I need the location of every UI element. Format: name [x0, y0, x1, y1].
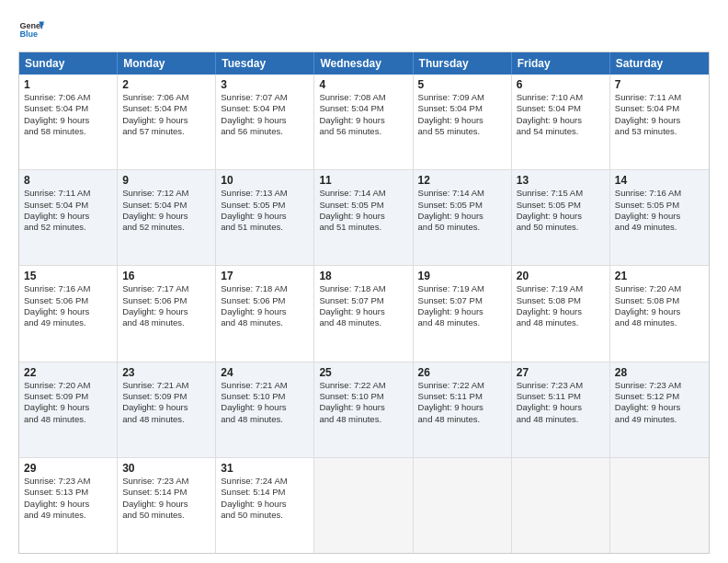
day-number: 27	[517, 366, 605, 379]
weekday-header: Friday	[512, 52, 610, 75]
day-number: 30	[122, 462, 210, 475]
cell-info-line: Sunset: 5:05 PM	[517, 200, 605, 211]
cell-info-line: and 49 minutes.	[24, 510, 112, 521]
cell-info-line: Sunset: 5:07 PM	[319, 295, 407, 306]
calendar-row: 29Sunrise: 7:23 AMSunset: 5:13 PMDayligh…	[19, 457, 709, 553]
day-number: 24	[221, 366, 309, 379]
cell-info-line: Sunrise: 7:19 AM	[517, 283, 605, 294]
day-number: 11	[319, 174, 407, 187]
day-number: 19	[418, 270, 506, 282]
cell-info-line: Sunrise: 7:11 AM	[615, 92, 704, 103]
cell-info-line: and 48 minutes.	[418, 317, 506, 328]
cell-info-line: Sunrise: 7:08 AM	[319, 92, 407, 103]
calendar-cell: 29Sunrise: 7:23 AMSunset: 5:13 PMDayligh…	[19, 458, 118, 553]
calendar-cell: 20Sunrise: 7:19 AMSunset: 5:08 PMDayligh…	[512, 266, 610, 361]
calendar-cell: 2Sunrise: 7:06 AMSunset: 5:04 PMDaylight…	[118, 75, 216, 169]
day-number: 5	[418, 78, 506, 91]
cell-info-line: Daylight: 9 hours	[517, 306, 605, 317]
weekday-header: Thursday	[414, 52, 512, 75]
day-number: 14	[615, 174, 704, 187]
cell-info-line: Daylight: 9 hours	[517, 402, 605, 413]
calendar-cell: 1Sunrise: 7:06 AMSunset: 5:04 PMDaylight…	[19, 75, 118, 169]
cell-info-line: Sunrise: 7:23 AM	[24, 476, 112, 487]
calendar-cell	[610, 458, 709, 553]
calendar-cell: 19Sunrise: 7:19 AMSunset: 5:07 PMDayligh…	[414, 266, 512, 361]
cell-info-line: Sunrise: 7:23 AM	[122, 476, 210, 487]
cell-info-line: Sunset: 5:05 PM	[319, 200, 407, 211]
day-number: 31	[221, 462, 309, 475]
cell-info-line: and 51 minutes.	[221, 222, 309, 233]
cell-info-line: Daylight: 9 hours	[319, 211, 407, 222]
calendar-cell: 30Sunrise: 7:23 AMSunset: 5:14 PMDayligh…	[118, 458, 216, 553]
cell-info-line: Sunset: 5:04 PM	[418, 103, 506, 114]
cell-info-line: Sunrise: 7:10 AM	[517, 92, 605, 103]
cell-info-line: and 48 minutes.	[319, 317, 407, 328]
cell-info-line: Daylight: 9 hours	[221, 115, 309, 126]
cell-info-line: Sunrise: 7:18 AM	[319, 283, 407, 294]
cell-info-line: Sunset: 5:04 PM	[24, 103, 112, 114]
cell-info-line: Sunrise: 7:16 AM	[24, 283, 112, 294]
cell-info-line: Sunrise: 7:06 AM	[122, 92, 210, 103]
day-number: 29	[24, 462, 112, 475]
cell-info-line: and 49 minutes.	[615, 414, 704, 425]
weekday-header: Saturday	[610, 52, 709, 75]
cell-info-line: Daylight: 9 hours	[122, 499, 210, 510]
cell-info-line: Sunset: 5:12 PM	[615, 391, 704, 402]
cell-info-line: Sunrise: 7:16 AM	[615, 188, 704, 199]
calendar-cell: 10Sunrise: 7:13 AMSunset: 5:05 PMDayligh…	[216, 170, 314, 265]
cell-info-line: Daylight: 9 hours	[221, 211, 309, 222]
cell-info-line: Sunset: 5:04 PM	[319, 103, 407, 114]
cell-info-line: Sunrise: 7:24 AM	[221, 476, 309, 487]
calendar-cell: 27Sunrise: 7:23 AMSunset: 5:11 PMDayligh…	[512, 362, 610, 457]
calendar-body: 1Sunrise: 7:06 AMSunset: 5:04 PMDaylight…	[19, 75, 709, 553]
cell-info-line: Sunrise: 7:18 AM	[221, 283, 309, 294]
day-number: 20	[517, 270, 605, 282]
cell-info-line: Daylight: 9 hours	[24, 115, 112, 126]
day-number: 21	[615, 270, 704, 282]
cell-info-line: Sunset: 5:07 PM	[418, 295, 506, 306]
svg-text:Blue: Blue	[19, 29, 38, 39]
calendar-cell	[414, 458, 512, 553]
calendar-cell: 24Sunrise: 7:21 AMSunset: 5:10 PMDayligh…	[216, 362, 314, 457]
cell-info-line: Sunrise: 7:13 AM	[221, 188, 309, 199]
cell-info-line: and 50 minutes.	[517, 222, 605, 233]
cell-info-line: Sunrise: 7:21 AM	[122, 380, 210, 391]
calendar-cell: 14Sunrise: 7:16 AMSunset: 5:05 PMDayligh…	[610, 170, 709, 265]
cell-info-line: Sunrise: 7:09 AM	[418, 92, 506, 103]
day-number: 17	[221, 270, 309, 282]
calendar-cell: 3Sunrise: 7:07 AMSunset: 5:04 PMDaylight…	[216, 75, 314, 169]
calendar-row: 22Sunrise: 7:20 AMSunset: 5:09 PMDayligh…	[19, 362, 709, 457]
calendar-cell: 16Sunrise: 7:17 AMSunset: 5:06 PMDayligh…	[118, 266, 216, 361]
cell-info-line: and 56 minutes.	[221, 126, 309, 137]
day-number: 13	[517, 174, 605, 187]
cell-info-line: Sunset: 5:04 PM	[615, 103, 704, 114]
calendar-cell: 15Sunrise: 7:16 AMSunset: 5:06 PMDayligh…	[19, 266, 118, 361]
weekday-header: Tuesday	[216, 52, 314, 75]
cell-info-line: Daylight: 9 hours	[24, 499, 112, 510]
cell-info-line: Sunrise: 7:07 AM	[221, 92, 309, 103]
cell-info-line: Sunset: 5:04 PM	[24, 200, 112, 211]
cell-info-line: Daylight: 9 hours	[122, 211, 210, 222]
cell-info-line: Sunset: 5:04 PM	[122, 103, 210, 114]
cell-info-line: Sunset: 5:14 PM	[221, 487, 309, 498]
calendar-cell: 13Sunrise: 7:15 AMSunset: 5:05 PMDayligh…	[512, 170, 610, 265]
cell-info-line: Daylight: 9 hours	[418, 306, 506, 317]
cell-info-line: and 48 minutes.	[122, 317, 210, 328]
cell-info-line: Sunset: 5:11 PM	[418, 391, 506, 402]
cell-info-line: and 48 minutes.	[122, 414, 210, 425]
day-number: 23	[122, 366, 210, 379]
cell-info-line: Daylight: 9 hours	[122, 115, 210, 126]
cell-info-line: Daylight: 9 hours	[122, 402, 210, 413]
cell-info-line: and 50 minutes.	[221, 510, 309, 521]
calendar-cell: 21Sunrise: 7:20 AMSunset: 5:08 PMDayligh…	[610, 266, 709, 361]
cell-info-line: Daylight: 9 hours	[221, 306, 309, 317]
day-number: 9	[122, 174, 210, 187]
weekday-header: Monday	[118, 52, 216, 75]
calendar-cell: 23Sunrise: 7:21 AMSunset: 5:09 PMDayligh…	[118, 362, 216, 457]
day-number: 12	[418, 174, 506, 187]
cell-info-line: Sunset: 5:10 PM	[221, 391, 309, 402]
cell-info-line: Sunset: 5:06 PM	[122, 295, 210, 306]
cell-info-line: Daylight: 9 hours	[24, 306, 112, 317]
cell-info-line: Sunset: 5:05 PM	[221, 200, 309, 211]
cell-info-line: Daylight: 9 hours	[615, 402, 704, 413]
